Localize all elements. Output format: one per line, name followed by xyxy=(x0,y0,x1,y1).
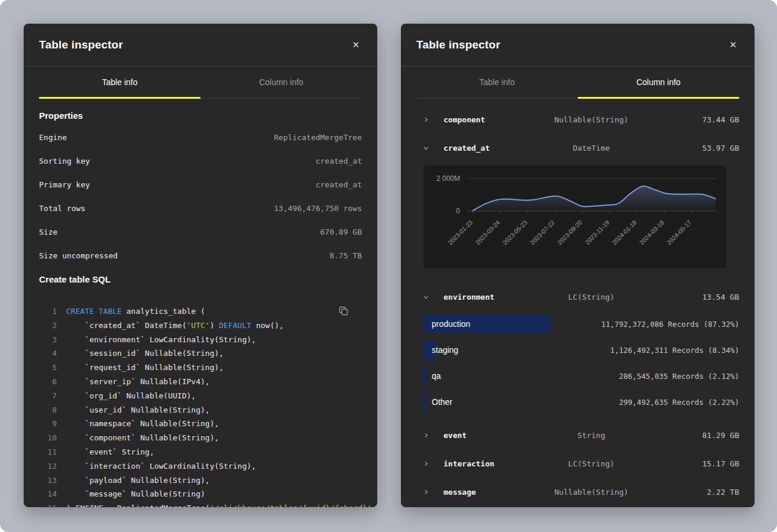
distribution-label: production xyxy=(432,319,470,329)
sql-line: 5 `request_id` Nullable(String), xyxy=(39,361,362,375)
tab-bar: Table info Column info xyxy=(24,66,377,99)
distribution-bar xyxy=(423,393,427,411)
column-row-environment[interactable]: environment LC(String) 13.54 GB xyxy=(416,283,739,311)
x-axis-tick-label: 2024-01-18 xyxy=(610,219,638,246)
sql-code-block: 1CREATE TABLE analytics_table (2 `create… xyxy=(39,304,362,507)
close-button[interactable]: ✕ xyxy=(349,38,362,51)
copy-icon xyxy=(338,306,349,316)
column-list: component Nullable(String) 73.44 GB crea… xyxy=(401,99,755,506)
property-row-engine: Engine ReplicatedMergeTree xyxy=(39,125,362,149)
tab-table-info[interactable]: Table info xyxy=(416,66,578,99)
distribution-count: 299,492,635 Records (2.22%) xyxy=(619,398,739,407)
sql-line-number: 8 xyxy=(39,403,57,417)
property-value: 13,496,476,750 rows xyxy=(274,204,362,213)
distribution-count: 11,792,372,086 Records (87.32%) xyxy=(601,320,739,329)
distribution-row-other: Other 299,492,635 Records (2.22%) xyxy=(416,389,739,415)
properties-heading: Properties xyxy=(39,111,362,121)
chevron-right-icon xyxy=(416,433,443,438)
property-row-total-rows: Total rows 13,496,476,750 rows xyxy=(39,196,362,220)
column-row-component[interactable]: component Nullable(String) 73.44 GB xyxy=(416,105,739,134)
column-size: 13.54 GB xyxy=(640,293,739,301)
column-size: 15.17 GB xyxy=(640,459,739,468)
x-axis-tick-label: 2024-03-18 xyxy=(638,219,666,246)
table-inspector-dialog-left: Table inspector ✕ Table info Column info… xyxy=(24,24,377,507)
column-type: LC(String) xyxy=(542,459,641,468)
column-row-message[interactable]: message Nullable(String) 2.22 TB xyxy=(416,478,739,506)
chevron-right-icon xyxy=(416,117,443,122)
property-row-size: Size 670.89 GB xyxy=(39,220,362,244)
property-key: Engine xyxy=(39,133,67,142)
sql-line: 2 `created_at` DateTime('UTC') DEFAULT n… xyxy=(39,319,362,333)
column-type: Nullable(String) xyxy=(542,488,641,497)
close-button[interactable]: ✕ xyxy=(727,38,739,51)
sql-line: 14 `message` Nullable(String) xyxy=(39,487,362,501)
column-type: Nullable(String) xyxy=(542,115,641,124)
sql-line: 4 `session_id` Nullable(String), xyxy=(39,346,362,361)
sql-line-code: `event` String, xyxy=(66,445,154,459)
sql-line-number: 14 xyxy=(39,487,57,501)
property-row-size-uncompressed: Size uncompressed 8.75 TB xyxy=(39,244,362,267)
distribution-label: Other xyxy=(432,397,452,407)
sql-line-code: CREATE TABLE analytics_table ( xyxy=(66,304,205,319)
page-backdrop: Table inspector ✕ Table info Column info… xyxy=(0,0,777,532)
property-key: Size xyxy=(39,228,57,236)
column-name: environment xyxy=(443,293,542,301)
sql-line-code: `payload` Nullable(String), xyxy=(66,473,210,488)
property-row-primary-key: Primary key created_at xyxy=(39,173,362,196)
sql-line-number: 4 xyxy=(39,346,57,361)
sql-line-number: 15 xyxy=(39,501,57,507)
tab-table-info[interactable]: Table info xyxy=(39,66,200,99)
column-name: message xyxy=(443,488,542,497)
sql-line-number: 13 xyxy=(39,473,57,488)
column-type: LC(String) xyxy=(542,293,641,301)
sql-lines: 1CREATE TABLE analytics_table (2 `create… xyxy=(39,304,362,507)
sql-line-number: 11 xyxy=(39,445,57,459)
sql-line-number: 7 xyxy=(39,389,57,403)
sql-line-number: 3 xyxy=(39,333,57,347)
close-icon: ✕ xyxy=(729,40,737,50)
sql-line: 3 `environment` LowCardinality(String), xyxy=(39,333,362,347)
tab-column-info[interactable]: Column info xyxy=(200,66,362,99)
property-value: ReplicatedMergeTree xyxy=(274,133,362,142)
x-axis-tick-label: 2023-05-23 xyxy=(501,219,529,246)
sql-line-number: 1 xyxy=(39,304,57,319)
column-size: 2.22 TB xyxy=(640,488,739,497)
sql-line: 13 `payload` Nullable(String), xyxy=(39,473,362,488)
property-key: Size uncompressed xyxy=(39,251,118,260)
x-axis-tick-label: 2023-11-19 xyxy=(584,219,611,246)
sql-line-code: `message` Nullable(String) xyxy=(66,487,205,501)
sql-line-code: `component` Nullable(String), xyxy=(66,431,219,445)
distribution-row-production: production 11,792,372,086 Records (87.32… xyxy=(416,311,739,337)
histogram-svg: 2 000M02023-01-232023-03-242023-05-23202… xyxy=(423,166,726,268)
create-table-sql-heading: Create table SQL xyxy=(39,274,362,284)
table-inspector-dialog-right: Table inspector ✕ Table info Column info… xyxy=(401,24,755,507)
distribution-row-qa: qa 286,545,035 Records (2.12%) xyxy=(416,363,739,389)
sql-line: 7 `org_id` Nullable(UUID), xyxy=(39,389,362,403)
property-row-sorting-key: Sorting key created_at xyxy=(39,149,362,173)
x-axis-tick-label: 2023-01-23 xyxy=(446,219,474,246)
sql-line-number: 9 xyxy=(39,417,57,431)
column-name: event xyxy=(443,431,542,440)
table-info-content: Properties Engine ReplicatedMergeTree So… xyxy=(24,111,377,507)
tab-column-info[interactable]: Column info xyxy=(578,66,739,99)
sql-line: 15) ENGINE = ReplicatedMergeTree('/click… xyxy=(39,501,362,507)
copy-button[interactable] xyxy=(338,306,349,316)
dialog-header: Table inspector ✕ xyxy=(401,24,755,66)
x-axis-tick-label: 2023-03-24 xyxy=(474,219,501,246)
sql-line: 8 `user_id` Nullable(String), xyxy=(39,403,362,417)
distribution-count: 1,126,492,311 Records (8.34%) xyxy=(610,346,739,355)
property-value: created_at xyxy=(316,157,362,166)
distribution-label: qa xyxy=(432,371,441,381)
column-row-created-at[interactable]: created_at DateTime 53.97 GB xyxy=(416,134,739,162)
sql-line-code: `server_ip` Nullable(IPv4), xyxy=(66,375,210,389)
property-key: Total rows xyxy=(39,204,85,213)
dialog-title: Table inspector xyxy=(416,38,500,51)
y-axis-tick-label: 2 000M xyxy=(436,174,460,183)
close-icon: ✕ xyxy=(352,40,360,50)
column-row-event[interactable]: event String 81.29 GB xyxy=(416,421,739,449)
distribution-count: 286,545,035 Records (2.12%) xyxy=(619,372,739,381)
sql-line-code: `environment` LowCardinality(String), xyxy=(66,333,256,347)
sql-line: 9 `namespace` Nullable(String), xyxy=(39,417,362,431)
sql-line-number: 12 xyxy=(39,459,57,473)
column-row-interaction[interactable]: interaction LC(String) 15.17 GB xyxy=(416,449,739,478)
